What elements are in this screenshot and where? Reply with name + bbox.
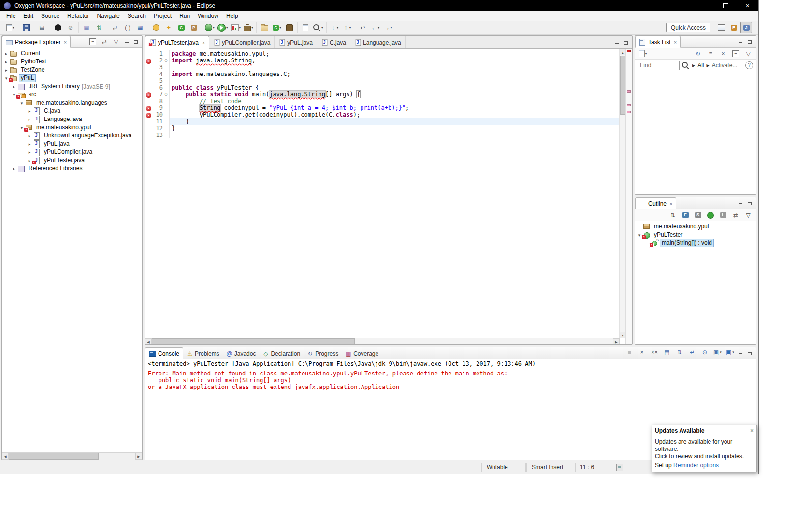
scroll-left-arrow[interactable]: ◀ xyxy=(2,453,9,460)
code-text[interactable]: import java.lang.String; xyxy=(169,57,620,64)
activate-link[interactable]: Activate... xyxy=(712,62,738,69)
hide-fields-icon[interactable]: F xyxy=(680,209,691,221)
close-view-icon[interactable]: × xyxy=(674,39,677,45)
fold-collapse-icon[interactable]: ⊖ xyxy=(163,91,169,98)
close-tab-icon[interactable]: × xyxy=(202,40,205,45)
minimize-view-button[interactable] xyxy=(122,37,131,46)
tab-console[interactable]: Console xyxy=(145,347,183,359)
debug-icon[interactable]: ▾ xyxy=(204,22,216,33)
launch-run-icon[interactable] xyxy=(52,22,64,33)
format-source-icon[interactable]: ( ) xyxy=(122,22,133,33)
back-icon[interactable]: ←▾ xyxy=(370,22,381,33)
task-list-tab[interactable]: Task List × xyxy=(635,36,681,48)
overview-marker[interactable] xyxy=(627,104,631,106)
popup-body[interactable]: Updates are available for your software.… xyxy=(652,436,756,461)
error-marker-icon[interactable]: × xyxy=(146,113,151,118)
open-perspective-icon[interactable] xyxy=(715,22,727,33)
open-task-icon[interactable] xyxy=(300,22,311,33)
expand-arrow-icon[interactable]: ▸ xyxy=(26,134,33,138)
new-task-icon[interactable]: ▾ xyxy=(637,48,649,60)
explorer-item-language-java[interactable]: ▸Language.java xyxy=(2,115,142,123)
expand-arrow-icon[interactable]: ▸ xyxy=(11,166,17,171)
error-marker-icon[interactable]: × xyxy=(146,106,151,111)
menu-file[interactable]: File xyxy=(2,12,19,20)
activate-menu-arrow-icon[interactable]: ▶ xyxy=(707,63,710,68)
maximize-view-button[interactable] xyxy=(745,37,754,46)
explorer-item-unknownlanguageexception-java[interactable]: ▸UnknownLanguageException.java xyxy=(2,132,142,140)
collapse-arrow-icon[interactable]: ▾ xyxy=(18,101,25,105)
maximize-view-button[interactable] xyxy=(131,37,140,46)
code-text[interactable]: import me.mateusakino.languages.C; xyxy=(169,71,620,77)
quick-fix-icon[interactable] xyxy=(150,22,162,33)
gutter-marker[interactable]: × xyxy=(145,91,152,98)
javaee-perspective-icon[interactable]: E xyxy=(728,22,740,33)
forward-icon[interactable]: →▾ xyxy=(382,22,394,33)
hide-static-members-icon[interactable]: S xyxy=(692,209,704,221)
overview-marker[interactable] xyxy=(627,111,631,113)
gutter-marker[interactable]: × xyxy=(145,111,152,118)
link-with-editor-icon[interactable]: ⇄ xyxy=(99,36,110,47)
editor-tab-c-java[interactable]: C.java xyxy=(317,36,350,48)
search-icon[interactable]: ▾ xyxy=(312,22,324,33)
gutter-marker[interactable]: × xyxy=(145,57,152,64)
new-type-icon[interactable]: C▾ xyxy=(271,22,283,33)
close-button[interactable]: × xyxy=(737,0,758,11)
external-tools-icon[interactable]: ▾ xyxy=(243,22,254,33)
expand-arrow-icon[interactable]: ▸ xyxy=(26,150,33,155)
menu-source[interactable]: Source xyxy=(37,12,63,20)
scroll-lock-icon[interactable]: ⇅ xyxy=(674,347,685,358)
editor-tab-ypul-java[interactable]: yPuL.java xyxy=(275,36,317,48)
outline-item-me-mateusakino-ypul[interactable]: me.mateusakino.ypul xyxy=(635,223,756,231)
run-icon[interactable]: ▾ xyxy=(217,22,229,33)
code-text[interactable]: yPuLCompiler.get(codeinypul).compile(C.c… xyxy=(169,111,620,118)
outline-tab[interactable]: Outline × xyxy=(635,197,676,209)
menu-window[interactable]: Window xyxy=(194,12,222,20)
editor-tab-ypulcompiler-java[interactable]: yPuLCompiler.java xyxy=(209,36,275,48)
new-java-project-icon[interactable] xyxy=(259,22,270,33)
remove-launch-icon[interactable]: × xyxy=(636,347,648,358)
menu-help[interactable]: Help xyxy=(222,12,242,20)
show-table-icon[interactable]: ▦ xyxy=(134,22,146,33)
pin-console-icon[interactable]: ⊙ xyxy=(699,347,710,358)
tab-declaration[interactable]: ◇Declaration xyxy=(259,348,304,359)
error-marker-icon[interactable]: × xyxy=(146,92,151,98)
maximize-button[interactable] xyxy=(715,0,737,11)
collapse-all-icon[interactable]: − xyxy=(730,48,741,60)
all-menu-arrow-icon[interactable]: ▶ xyxy=(692,63,695,68)
minimize-editor-button[interactable] xyxy=(612,38,621,47)
scrollbar-thumb[interactable] xyxy=(152,338,355,344)
package-explorer-tab[interactable]: Package Explorer × xyxy=(2,36,71,48)
menu-project[interactable]: Project xyxy=(150,12,175,20)
hide-local-types-icon[interactable]: L xyxy=(717,209,729,221)
explorer-item-c-java[interactable]: ▸C.java xyxy=(2,107,142,115)
scrollbar-thumb[interactable] xyxy=(620,56,625,115)
explorer-item-me-mateusakino-ypul[interactable]: ▾×me.mateusakino.ypul xyxy=(2,123,142,132)
expand-arrow-icon[interactable]: ▸ xyxy=(26,117,33,122)
menu-edit[interactable]: Edit xyxy=(19,12,37,20)
menu-search[interactable]: Search xyxy=(124,12,150,20)
link-with-editor-icon[interactable]: ⇄ xyxy=(109,22,121,33)
explorer-item-current[interactable]: ▸Current xyxy=(2,49,142,58)
explorer-item-ypulcompiler-java[interactable]: ▸yPuLCompiler.java xyxy=(2,148,142,156)
collapse-all-icon[interactable]: − xyxy=(87,36,99,47)
explorer-item-testzone[interactable]: ▸TestZone xyxy=(2,66,142,74)
skip-all-breakpoints-icon[interactable]: ⊘ xyxy=(65,22,76,33)
expand-arrow-icon[interactable]: ▸ xyxy=(11,84,17,89)
scrollbar-track[interactable] xyxy=(355,338,613,344)
explorer-item-ypul[interactable]: ▾×yPuL xyxy=(2,74,142,82)
open-console-icon[interactable]: ▣▾ xyxy=(724,347,736,358)
minimize-view-button[interactable] xyxy=(736,37,745,46)
view-menu-icon[interactable]: ▽ xyxy=(110,36,122,47)
synchronize-icon[interactable]: ⇅ xyxy=(93,22,105,33)
expand-arrow-icon[interactable]: ▸ xyxy=(26,142,33,147)
explorer-item-pythotest[interactable]: ▸PythoTest xyxy=(2,58,142,66)
remove-all-terminated-icon[interactable]: ×× xyxy=(649,347,660,358)
scroll-left-arrow[interactable]: ◀ xyxy=(145,338,152,344)
find-input[interactable] xyxy=(638,61,680,70)
link-with-editor-icon[interactable]: ⇄ xyxy=(730,209,741,221)
expand-arrow-icon[interactable]: ▸ xyxy=(26,109,33,114)
code-text[interactable] xyxy=(169,77,620,84)
editor-tab-language-java[interactable]: Language.java xyxy=(350,36,406,48)
explorer-item-ypul-java[interactable]: ▸yPuL.java xyxy=(2,140,142,148)
tab-coverage[interactable]: ▥Coverage xyxy=(342,348,382,359)
